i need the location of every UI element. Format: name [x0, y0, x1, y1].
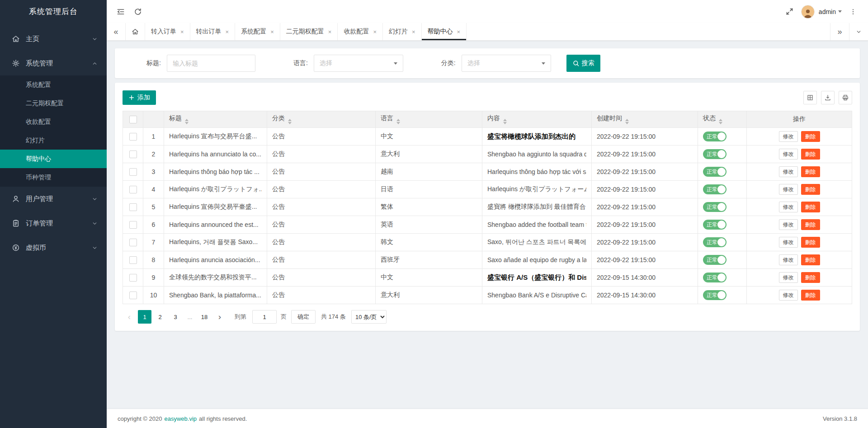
status-toggle[interactable]: 正常: [703, 132, 726, 141]
tabs-scroll-left-button[interactable]: «: [107, 23, 126, 40]
sidebar-item-system[interactable]: 系统管理: [0, 51, 107, 75]
row-checkbox[interactable]: [129, 186, 137, 193]
row-checkbox[interactable]: [129, 151, 137, 158]
tab-slideshow[interactable]: 幻灯片 ×: [383, 23, 422, 40]
sort-control[interactable]: [185, 119, 189, 124]
row-checkbox[interactable]: [129, 274, 137, 282]
print-button[interactable]: [839, 91, 852, 104]
row-checkbox[interactable]: [129, 203, 137, 211]
collapse-sidebar-button[interactable]: [112, 3, 129, 20]
edit-button[interactable]: 修改: [779, 237, 798, 248]
sidebar-item-users[interactable]: 用户管理: [0, 187, 107, 211]
status-toggle[interactable]: 正常: [703, 220, 726, 230]
status-toggle[interactable]: 正常: [703, 255, 726, 265]
delete-button[interactable]: 删除: [801, 272, 820, 283]
select-all-checkbox[interactable]: [129, 116, 137, 123]
submenu-item-system-config[interactable]: 系统配置: [0, 75, 107, 94]
submenu-item-payment-config[interactable]: 收款配置: [0, 113, 107, 131]
edit-button[interactable]: 修改: [779, 184, 798, 195]
delete-button[interactable]: 删除: [801, 131, 820, 142]
edit-button[interactable]: 修改: [779, 166, 798, 177]
title-search-input[interactable]: [167, 55, 255, 72]
page-button-1[interactable]: 1: [138, 310, 151, 324]
status-toggle[interactable]: 正常: [703, 202, 726, 212]
edit-button[interactable]: 修改: [779, 219, 798, 230]
submenu-item-help-center[interactable]: 帮助中心: [0, 150, 107, 168]
page-button-2[interactable]: 2: [153, 310, 167, 324]
next-page-button[interactable]: ›: [213, 310, 226, 324]
more-options-button[interactable]: [844, 3, 862, 20]
row-checkbox[interactable]: [129, 133, 137, 141]
sort-control[interactable]: [503, 119, 507, 124]
delete-button[interactable]: 删除: [801, 166, 820, 177]
tab-home[interactable]: [126, 23, 145, 40]
tab-transfer-out-orders[interactable]: 转出订单 ×: [190, 23, 236, 40]
language-select[interactable]: 选择: [314, 55, 403, 72]
tab-transfer-in-orders[interactable]: 转入订单 ×: [145, 23, 190, 40]
delete-button[interactable]: 删除: [801, 254, 820, 265]
search-button[interactable]: 搜索: [566, 55, 600, 72]
tab-binary-option-config[interactable]: 二元期权配置 ×: [280, 23, 338, 40]
category-select[interactable]: 选择: [462, 55, 551, 72]
sidebar-item-orders[interactable]: 订单管理: [0, 211, 107, 235]
row-title: Harlequins 宣佈與交易平臺盛...: [169, 203, 262, 211]
tab-system-config[interactable]: 系统配置 ×: [235, 23, 280, 40]
delete-button[interactable]: 删除: [801, 184, 820, 195]
row-checkbox[interactable]: [129, 256, 137, 264]
goto-confirm-button[interactable]: 确定: [291, 310, 316, 324]
page-size-select[interactable]: 10 条/页: [351, 310, 387, 324]
close-icon[interactable]: ×: [270, 29, 274, 35]
page-button-18[interactable]: 18: [198, 310, 211, 324]
close-icon[interactable]: ×: [226, 29, 229, 35]
status-toggle[interactable]: 正常: [703, 273, 726, 282]
add-button[interactable]: 添加: [123, 90, 156, 105]
row-index: 3: [143, 163, 164, 181]
submenu-item-slideshow[interactable]: 幻灯片: [0, 131, 107, 150]
row-checkbox[interactable]: [129, 168, 137, 176]
delete-button[interactable]: 删除: [801, 237, 820, 248]
close-icon[interactable]: ×: [328, 29, 332, 35]
status-toggle[interactable]: 正常: [703, 237, 726, 247]
close-icon[interactable]: ×: [412, 29, 415, 35]
edit-button[interactable]: 修改: [779, 131, 798, 142]
export-button[interactable]: [821, 91, 835, 104]
status-toggle[interactable]: 正常: [703, 184, 726, 194]
status-toggle[interactable]: 正常: [703, 290, 726, 300]
refresh-button[interactable]: [129, 3, 146, 20]
tabs-scroll-right-button[interactable]: »: [830, 23, 849, 40]
submenu-item-binary-option-config[interactable]: 二元期权配置: [0, 94, 107, 113]
fullscreen-button[interactable]: [781, 3, 798, 20]
edit-button[interactable]: 修改: [779, 202, 798, 212]
sidebar-item-home[interactable]: 主页: [0, 27, 107, 51]
sort-control[interactable]: [719, 119, 722, 124]
tabs-menu-button[interactable]: [849, 23, 868, 40]
sort-control[interactable]: [396, 119, 400, 124]
status-toggle[interactable]: 正常: [703, 149, 726, 159]
edit-button[interactable]: 修改: [779, 149, 798, 160]
sort-control[interactable]: [288, 119, 292, 124]
edit-button[interactable]: 修改: [779, 290, 798, 301]
row-checkbox[interactable]: [129, 292, 137, 299]
sidebar-item-virtual-currency[interactable]: 虚拟币: [0, 235, 107, 260]
sort-control[interactable]: [625, 119, 629, 124]
tab-help-center[interactable]: 帮助中心 ×: [422, 23, 467, 40]
edit-button[interactable]: 修改: [779, 254, 798, 265]
status-toggle[interactable]: 正常: [703, 167, 726, 177]
delete-button[interactable]: 删除: [801, 219, 820, 230]
row-checkbox[interactable]: [129, 221, 137, 229]
page-button-3[interactable]: 3: [169, 310, 182, 324]
close-icon[interactable]: ×: [457, 29, 461, 35]
delete-button[interactable]: 删除: [801, 202, 820, 212]
delete-button[interactable]: 删除: [801, 290, 820, 301]
submenu-item-currency-management[interactable]: 币种管理: [0, 168, 107, 187]
close-icon[interactable]: ×: [180, 29, 184, 35]
goto-page-input[interactable]: [252, 310, 277, 324]
copyright-link[interactable]: easyweb.vip: [164, 415, 197, 422]
edit-button[interactable]: 修改: [779, 272, 798, 283]
close-icon[interactable]: ×: [373, 29, 377, 35]
delete-button[interactable]: 删除: [801, 149, 820, 160]
tab-payment-config[interactable]: 收款配置 ×: [338, 23, 383, 40]
row-checkbox[interactable]: [129, 239, 137, 246]
user-menu[interactable]: admin: [801, 5, 842, 19]
columns-toggle-button[interactable]: [803, 91, 817, 104]
